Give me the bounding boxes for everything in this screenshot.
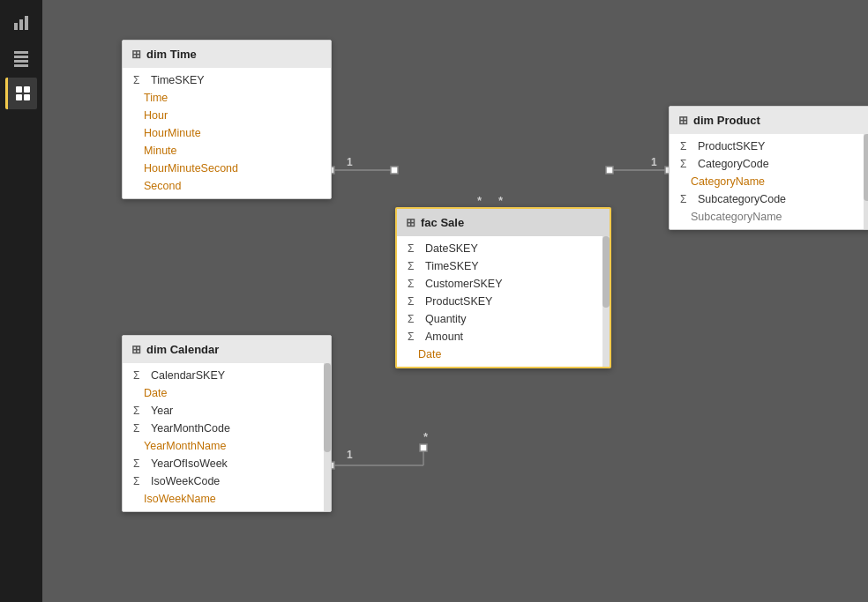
- svg-rect-5: [14, 60, 28, 63]
- list-item: Σ Year: [123, 402, 331, 420]
- svg-rect-19: [606, 167, 613, 174]
- sigma-icon: Σ: [408, 295, 420, 308]
- list-item: Σ TimeSKEY: [123, 71, 331, 89]
- list-item: YearMonthName: [123, 437, 331, 455]
- dim-calendar-table-icon: ⊞: [131, 343, 141, 356]
- sigma-icon: Σ: [133, 74, 146, 86]
- dim-calendar-card: ⊞ dim Calendar Σ CalendarSKEY Date Σ Yea…: [122, 335, 332, 512]
- svg-rect-7: [16, 86, 22, 93]
- scrollbar-track[interactable]: [864, 134, 868, 229]
- sigma-icon: Σ: [408, 331, 420, 343]
- sigma-icon: Σ: [680, 140, 692, 152]
- svg-text:*: *: [498, 194, 504, 207]
- svg-text:1: 1: [651, 156, 657, 168]
- sigma-icon: Σ: [133, 422, 146, 435]
- svg-rect-9: [16, 94, 22, 100]
- fac-sale-table-icon: ⊞: [406, 216, 415, 229]
- sigma-icon: Σ: [408, 242, 420, 255]
- svg-text:1: 1: [347, 449, 353, 461]
- list-item: Σ TimeSKEY: [397, 257, 610, 275]
- sigma-icon: Σ: [408, 278, 420, 290]
- svg-text:1: 1: [347, 156, 353, 168]
- list-item: Σ Amount: [397, 328, 610, 346]
- list-item: Σ DateSKEY: [397, 240, 610, 257]
- dim-time-card: ⊞ dim Time Σ TimeSKEY Time Hour HourMinu…: [122, 40, 332, 199]
- table-data-icon[interactable]: [5, 42, 37, 74]
- dim-time-table-icon: ⊞: [131, 48, 141, 61]
- list-item: Σ Quantity: [397, 310, 610, 328]
- sigma-icon: Σ: [680, 158, 692, 170]
- dim-time-body: Σ TimeSKEY Time Hour HourMinute Minute H…: [123, 68, 331, 198]
- list-item: Σ CalendarSKEY: [123, 367, 331, 384]
- list-item: HourMinuteSecond: [123, 160, 331, 177]
- dim-product-card: ⊞ dim Product Σ ProductSKEY Σ CategoryCo…: [669, 106, 868, 230]
- dim-time-title: dim Time: [146, 48, 197, 61]
- list-item: SubcategoryName: [670, 208, 868, 226]
- list-item: Minute: [123, 142, 331, 160]
- svg-rect-10: [24, 94, 30, 100]
- sigma-icon: Σ: [133, 457, 146, 470]
- list-item: Date: [123, 384, 331, 402]
- sigma-icon: Σ: [408, 313, 420, 325]
- canvas: 1 1 * * 1 * ⊞ dim Time Σ TimeSKEY: [42, 0, 868, 602]
- list-item: Σ IsoWeekCode: [123, 472, 331, 490]
- svg-rect-2: [25, 16, 28, 30]
- dim-product-body: Σ ProductSKEY Σ CategoryCode CategoryNam…: [670, 134, 868, 229]
- scrollbar-thumb[interactable]: [602, 236, 610, 308]
- sigma-icon: Σ: [133, 475, 146, 487]
- list-item: CategoryName: [670, 173, 868, 190]
- svg-rect-8: [24, 86, 30, 93]
- list-item: Second: [123, 177, 331, 195]
- fac-sale-body: Σ DateSKEY Σ TimeSKEY Σ CustomerSKEY Σ P…: [397, 236, 610, 367]
- list-item: Time: [123, 89, 331, 107]
- svg-rect-4: [14, 56, 28, 58]
- dim-calendar-body: Σ CalendarSKEY Date Σ Year Σ YearMonthCo…: [123, 363, 331, 511]
- svg-rect-1: [19, 19, 23, 30]
- scrollbar-thumb[interactable]: [324, 363, 331, 452]
- svg-text:*: *: [477, 194, 483, 207]
- svg-rect-3: [14, 51, 28, 54]
- fac-sale-header: ⊞ fac Sale: [397, 209, 610, 236]
- fac-sale-title: fac Sale: [421, 216, 464, 229]
- dim-product-table-icon: ⊞: [678, 114, 688, 127]
- list-item: IsoWeekName: [123, 490, 331, 508]
- dim-time-header: ⊞ dim Time: [123, 41, 331, 68]
- list-item: Σ ProductSKEY: [397, 293, 610, 310]
- sigma-icon: Σ: [408, 260, 420, 272]
- scrollbar-thumb[interactable]: [864, 134, 868, 201]
- sigma-icon: Σ: [133, 369, 146, 382]
- scrollbar-track[interactable]: [324, 363, 331, 511]
- svg-rect-24: [420, 444, 427, 451]
- fac-sale-card: ⊞ fac Sale Σ DateSKEY Σ TimeSKEY Σ Custo…: [395, 207, 611, 368]
- svg-text:*: *: [423, 430, 429, 443]
- dim-calendar-title: dim Calendar: [146, 343, 219, 356]
- svg-rect-6: [14, 64, 28, 67]
- list-item: Σ SubcategoryCode: [670, 190, 868, 208]
- list-item: Σ CustomerSKEY: [397, 275, 610, 293]
- list-item: HourMinute: [123, 124, 331, 142]
- svg-rect-0: [14, 23, 18, 30]
- list-item: Hour: [123, 107, 331, 124]
- bar-chart-icon[interactable]: [5, 7, 37, 39]
- dim-product-header: ⊞ dim Product: [670, 107, 868, 134]
- list-item: Σ ProductSKEY: [670, 137, 868, 155]
- list-item: Date: [397, 346, 610, 363]
- list-item: Σ CategoryCode: [670, 155, 868, 173]
- dim-product-title: dim Product: [693, 114, 760, 127]
- svg-rect-13: [391, 167, 398, 174]
- sigma-icon: Σ: [133, 405, 146, 417]
- model-icon[interactable]: [5, 78, 37, 109]
- list-item: Σ YearOfIsoWeek: [123, 455, 331, 472]
- sigma-icon: Σ: [680, 193, 692, 205]
- list-item: Σ YearMonthCode: [123, 420, 331, 437]
- sidebar: [0, 0, 42, 602]
- scrollbar-track[interactable]: [602, 236, 610, 367]
- dim-calendar-header: ⊞ dim Calendar: [123, 336, 331, 363]
